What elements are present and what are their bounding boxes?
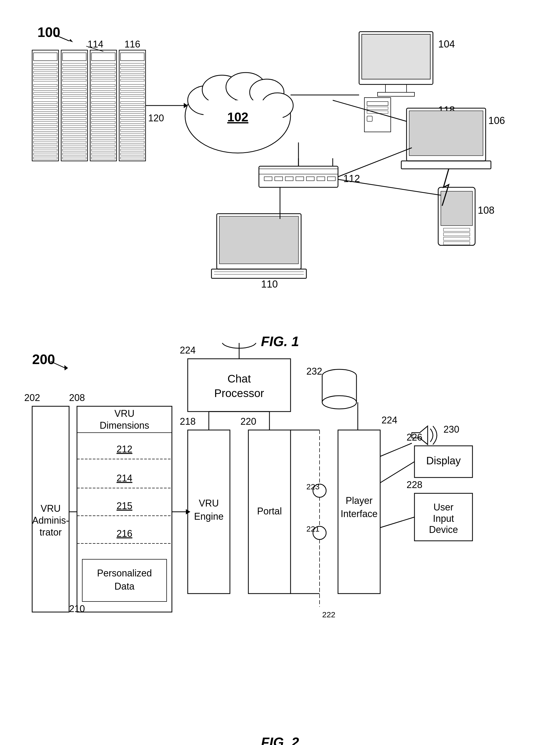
display-label: Display: [426, 455, 461, 466]
svg-rect-69: [92, 118, 115, 120]
svg-rect-66: [92, 105, 115, 108]
personalized-data-label1: Personalized: [97, 568, 152, 579]
svg-rect-41: [63, 109, 86, 111]
svg-rect-94: [120, 114, 144, 116]
svg-rect-25: [33, 149, 57, 151]
line-to-speaker: [380, 443, 412, 456]
svg-rect-38: [63, 96, 86, 98]
label-230: 230: [444, 424, 459, 435]
uid-label2: Input: [433, 513, 454, 524]
svg-rect-11: [33, 92, 57, 94]
svg-rect-31: [63, 67, 86, 69]
svg-rect-16: [33, 114, 57, 116]
svg-rect-12: [33, 96, 57, 98]
svg-rect-75: [92, 141, 115, 143]
svg-rect-117: [362, 34, 430, 79]
svg-rect-48: [63, 137, 86, 139]
svg-rect-39: [63, 102, 86, 104]
svg-rect-57: [92, 67, 115, 69]
laptop-110: 110: [211, 214, 306, 290]
chat-processor: Chat Processor 224: [180, 345, 290, 412]
svg-rect-83: [120, 67, 144, 69]
label-116: 116: [125, 39, 140, 50]
page: 100: [0, 0, 560, 745]
svg-rect-84: [120, 71, 144, 73]
svg-rect-5: [33, 67, 57, 69]
svg-rect-104: [120, 153, 144, 155]
svg-rect-134: [444, 241, 470, 245]
cloud-label: 102: [227, 110, 248, 124]
svg-rect-68: [92, 114, 115, 116]
display-box: Display 226: [407, 432, 473, 478]
server-4: [119, 50, 145, 161]
svg-rect-4: [33, 63, 57, 65]
svg-rect-128: [401, 161, 491, 169]
vru-engine-label2: Engine: [194, 511, 223, 522]
svg-rect-9: [33, 85, 57, 87]
svg-rect-139: [285, 177, 293, 181]
svg-rect-15: [33, 109, 57, 111]
svg-rect-124: [367, 116, 372, 121]
db1-cylinder: 226: [222, 343, 281, 348]
svg-rect-17: [33, 118, 57, 120]
portal: Portal 220: [240, 416, 290, 593]
svg-line-194: [380, 517, 415, 528]
svg-rect-121: [367, 102, 388, 105]
svg-rect-10: [33, 88, 57, 91]
label-220: 220: [240, 416, 256, 427]
svg-rect-136: [259, 169, 338, 174]
server-2: [61, 50, 88, 161]
svg-rect-101: [120, 141, 144, 143]
fig2-label: FIG. 2: [16, 735, 544, 745]
svg-rect-140: [296, 177, 304, 181]
svg-rect-36: [63, 88, 86, 91]
label-228: 228: [407, 479, 422, 490]
svg-rect-62: [92, 88, 115, 91]
fig2-diagram-number: 200: [32, 352, 55, 367]
svg-rect-67: [92, 109, 115, 111]
server-1: [32, 50, 59, 161]
svg-rect-137: [264, 177, 272, 181]
vru-engine: VRU Engine 218: [180, 416, 230, 593]
svg-rect-33: [63, 75, 86, 77]
svg-rect-6: [33, 71, 57, 73]
svg-rect-71: [92, 125, 115, 127]
svg-rect-97: [120, 125, 144, 127]
svg-rect-18: [33, 121, 57, 124]
svg-rect-35: [63, 85, 86, 87]
svg-rect-85: [120, 75, 144, 77]
laptop-106: 106: [401, 108, 505, 169]
svg-rect-103: [120, 149, 144, 151]
svg-rect-74: [92, 137, 115, 139]
svg-rect-46: [63, 129, 86, 131]
svg-rect-165: [82, 559, 167, 602]
label-110: 110: [261, 279, 278, 290]
dim-212: 212: [116, 444, 132, 455]
label-223: 223: [306, 482, 320, 491]
svg-rect-44: [63, 121, 86, 124]
svg-rect-91: [120, 102, 144, 104]
svg-rect-19: [33, 125, 57, 127]
svg-rect-147: [219, 216, 299, 264]
svg-rect-55: [92, 53, 115, 61]
svg-rect-95: [120, 118, 144, 120]
player-interface-label2: Interface: [341, 508, 378, 519]
vru-admin-label2: VRU: [41, 503, 61, 514]
svg-rect-78: [92, 153, 115, 155]
svg-rect-118: [385, 85, 407, 92]
svg-rect-100: [120, 137, 144, 139]
svg-rect-34: [63, 79, 86, 81]
svg-marker-1: [69, 39, 73, 42]
svg-rect-148: [211, 269, 306, 278]
svg-rect-61: [92, 85, 115, 87]
label-120: 120: [148, 112, 164, 124]
svg-rect-93: [120, 109, 144, 111]
svg-marker-157: [64, 365, 68, 370]
label-218: 218: [180, 416, 196, 427]
svg-rect-27: [33, 157, 57, 159]
svg-rect-50: [63, 145, 86, 147]
svg-rect-7: [33, 75, 57, 77]
svg-rect-138: [275, 177, 283, 181]
svg-rect-77: [92, 149, 115, 151]
user-input-device-box: User Input Device 228: [407, 479, 473, 541]
